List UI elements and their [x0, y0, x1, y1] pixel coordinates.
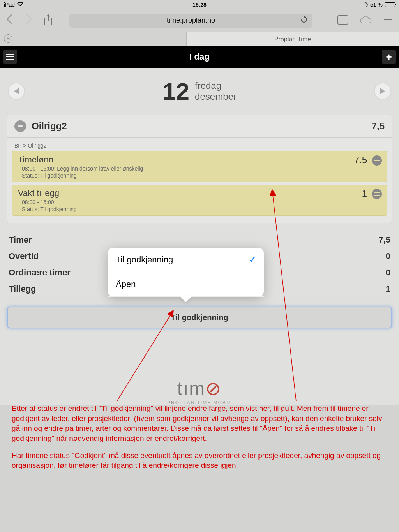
device-label: iPad: [4, 2, 15, 8]
summary-label: Tillegg: [9, 284, 36, 294]
dnd-moon-icon: [362, 2, 368, 7]
entry-status: Status: Til godkjenning: [18, 173, 381, 179]
safari-toolbar: time.proplan.no: [0, 9, 399, 32]
popover-option[interactable]: Til godkjenning ✓: [108, 248, 264, 272]
back-button[interactable]: [3, 14, 16, 27]
date-navigation: 12 fredag desember: [0, 68, 399, 115]
annotation-p2: Har timene status "Godkjent" må disse ev…: [12, 451, 387, 470]
entry-status: Status: Til godkjenning: [18, 206, 381, 212]
summary-label: Overtid: [9, 251, 39, 261]
summary-label: Ordinære timer: [9, 268, 71, 278]
project-card: Oilrigg2 7,5 BP > Oilrigg2 Timelønn 08:0…: [7, 115, 392, 223]
time-entry[interactable]: Timelønn 08:00 - 16:00: Legg inn dersom …: [12, 151, 387, 182]
month: desember: [195, 91, 237, 102]
bookmarks-button[interactable]: [335, 15, 351, 26]
summary-label: Timer: [9, 235, 32, 245]
entry-hours: 7.5: [354, 155, 367, 166]
tab-title: Proplan Time: [274, 36, 311, 43]
summary-value: 1: [386, 284, 390, 294]
weekday: fredag: [195, 80, 237, 91]
entry-hours: 1: [362, 188, 367, 199]
app-header: I dag +: [0, 46, 399, 68]
popover-option[interactable]: Åpen: [108, 272, 264, 297]
action-label: Til godkjenning: [171, 313, 228, 322]
entry-title: Vakt tillegg: [18, 188, 381, 198]
project-name: Oilrigg2: [32, 121, 67, 132]
reload-icon[interactable]: [300, 16, 308, 25]
option-label: Til godkjenning: [116, 255, 173, 265]
browser-tab[interactable]: Proplan Time: [186, 32, 399, 46]
wifi-icon: [17, 2, 23, 8]
summary-value: 0: [386, 251, 390, 261]
entry-time: 08:00 - 16:00: Legg inn dersom krav elle…: [18, 166, 381, 172]
entry-menu-icon[interactable]: [372, 155, 382, 166]
summary-row: Timer 7,5: [9, 232, 390, 248]
forward-button[interactable]: [23, 14, 35, 27]
battery-pct: 51 %: [370, 2, 383, 8]
entry-time: 08:00 - 16:00: [18, 199, 381, 205]
add-button[interactable]: +: [382, 50, 396, 64]
entry-menu-icon[interactable]: [372, 189, 382, 199]
current-date: 12 fredag desember: [162, 78, 237, 105]
project-total: 7,5: [372, 121, 385, 132]
check-icon: ✓: [249, 255, 256, 265]
annotation-text: Etter at status er endret til "Til godkj…: [12, 403, 387, 477]
cloud-button[interactable]: [358, 15, 373, 26]
next-day-button[interactable]: [374, 83, 391, 100]
entry-title: Timelønn: [18, 155, 381, 165]
new-tab-button[interactable]: [380, 15, 396, 26]
option-label: Åpen: [116, 279, 136, 289]
menu-button[interactable]: [3, 50, 17, 64]
address-bar[interactable]: time.proplan.no: [69, 14, 312, 28]
tab-row: ✕ Proplan Time: [0, 32, 399, 46]
header-title: I dag: [189, 52, 209, 62]
summary-value: 0: [386, 268, 390, 278]
project-header[interactable]: Oilrigg2 7,5: [7, 115, 392, 138]
breadcrumb: BP > Oilrigg2: [12, 141, 387, 151]
prev-day-button[interactable]: [8, 83, 25, 100]
date-number: 12: [162, 78, 189, 105]
time-entry[interactable]: Vakt tillegg 08:00 - 16:00 Status: Til g…: [12, 185, 387, 216]
status-popover: Til godkjenning ✓ Åpen: [108, 248, 264, 297]
close-tab-button[interactable]: ✕: [4, 34, 12, 43]
status-select-button[interactable]: Til godkjenning: [7, 307, 392, 328]
clock: 15:28: [192, 2, 207, 8]
ios-status-bar: iPad 15:28 51 %: [0, 0, 399, 9]
summary-value: 7,5: [378, 235, 390, 245]
battery-icon: [385, 2, 395, 7]
url-text: time.proplan.no: [167, 16, 215, 25]
collapse-icon[interactable]: [14, 120, 26, 132]
annotation-p1: Etter at status er endret til "Til godkj…: [12, 403, 387, 444]
app-content: 12 fredag desember Oilrigg2 7,5 BP > Oil…: [0, 68, 399, 405]
app-logo: tım⊘ PROPLAN TIME MOBIL: [0, 377, 399, 405]
share-button[interactable]: [42, 14, 55, 27]
